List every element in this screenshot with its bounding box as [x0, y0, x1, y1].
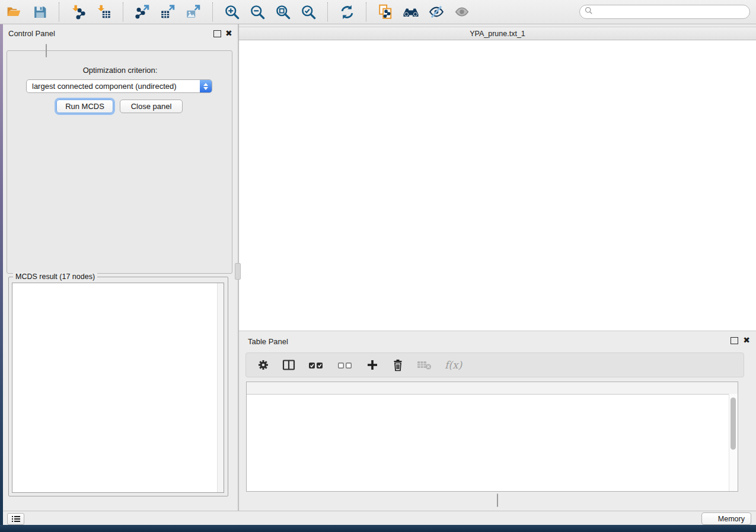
import-network-icon[interactable] [70, 4, 87, 20]
close-panel-button[interactable]: Close panel [120, 100, 183, 113]
control-panel: Control Panel ✖ Optimization criterion: … [3, 24, 237, 511]
network-titlebar[interactable]: YPA_prune.txt_1 [239, 27, 756, 40]
deselect-all-icon[interactable] [336, 358, 354, 372]
table-toolbar: f(x) [245, 352, 744, 377]
run-mcds-button[interactable]: Run MCDS [56, 100, 113, 113]
close-window-icon[interactable] [245, 30, 253, 37]
search-input[interactable] [596, 7, 745, 17]
memory-label: Memory [718, 515, 745, 523]
zoom-out-icon[interactable] [249, 4, 266, 20]
close-panel-icon[interactable]: ✖ [225, 29, 232, 37]
export-table-icon[interactable] [160, 4, 176, 20]
toolbar-separator [366, 2, 366, 21]
window-controls [239, 30, 276, 37]
toolbar-separator [212, 2, 213, 21]
add-column-icon[interactable] [365, 358, 379, 372]
memory-button[interactable]: Memory [701, 512, 751, 525]
delete-column-icon[interactable] [391, 358, 405, 372]
show-details-icon[interactable] [454, 4, 470, 20]
table-panel: Table Panel ✖ [239, 331, 756, 511]
network-title: YPA_prune.txt_1 [239, 30, 756, 38]
optimization-criterion-select[interactable]: largest connected component (undirected) [26, 79, 212, 93]
control-panel-title: Control Panel [8, 29, 55, 38]
table-tabs [497, 493, 498, 507]
hide-details-icon[interactable] [428, 4, 445, 20]
toolbar-separator [59, 2, 59, 21]
zoom-fit-icon[interactable] [275, 4, 291, 20]
control-panel-tabs [46, 44, 47, 57]
mcds-result-title: MCDS result (17 nodes) [13, 273, 97, 281]
import-table-icon[interactable] [95, 4, 112, 20]
first-neighbors-icon[interactable] [403, 4, 419, 20]
table-header-row [247, 382, 738, 395]
save-icon[interactable] [31, 4, 48, 20]
export-image-icon[interactable] [185, 4, 202, 20]
dropdown-value: largest connected component (undirected) [27, 82, 200, 91]
table-panel-title: Table Panel [248, 337, 288, 346]
splitter-handle[interactable] [235, 263, 241, 280]
float-table-panel-icon[interactable] [731, 337, 738, 344]
search-field[interactable] [579, 5, 750, 19]
close-table-panel-icon[interactable]: ✖ [743, 336, 750, 344]
table-scrollbar-thumb[interactable] [731, 398, 736, 450]
optimization-criterion-label: Optimization criterion: [3, 66, 237, 75]
function-builder-icon[interactable]: f(x) [444, 358, 464, 372]
mcds-list-scrollbar[interactable] [217, 283, 224, 492]
float-panel-icon[interactable] [213, 30, 221, 37]
svg-text:f(x): f(x) [445, 359, 463, 371]
mcds-result-list[interactable] [12, 283, 224, 493]
split-view-icon[interactable] [282, 358, 296, 372]
open-icon[interactable] [6, 4, 23, 20]
select-all-icon[interactable] [307, 358, 325, 372]
zoom-in-icon[interactable] [224, 4, 240, 20]
settings-gear-icon[interactable] [256, 358, 270, 372]
minimize-window-icon[interactable] [257, 30, 264, 37]
main-toolbar [0, 0, 756, 24]
dropdown-stepper-icon [200, 80, 212, 92]
new-network-from-selection-icon[interactable] [377, 4, 394, 20]
maximize-window-icon[interactable] [269, 30, 276, 37]
desktop-edge-bottom [0, 525, 756, 532]
toolbar-separator [327, 2, 328, 21]
apply-layout-icon[interactable] [339, 4, 355, 20]
zoom-selected-icon[interactable] [300, 4, 317, 20]
search-icon [585, 7, 593, 17]
mcds-result-group: MCDS result (17 nodes) [8, 277, 228, 496]
table-scrollbar[interactable] [729, 394, 738, 491]
memory-status-icon [708, 515, 714, 522]
toolbar-separator [123, 2, 123, 21]
status-bar: Memory [3, 511, 756, 525]
network-window: YPA_prune.txt_1 [239, 24, 756, 331]
delete-table-icon[interactable] [416, 358, 433, 372]
export-network-icon[interactable] [134, 4, 151, 20]
app-window: Control Panel ✖ Optimization criterion: … [0, 0, 756, 532]
network-canvas[interactable] [239, 40, 756, 331]
node-table[interactable] [246, 382, 738, 492]
task-history-button[interactable] [7, 513, 24, 525]
